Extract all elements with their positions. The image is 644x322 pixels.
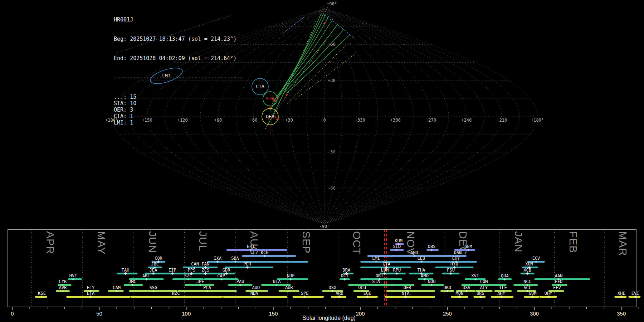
shower-label-NIA: NIA xyxy=(273,279,281,284)
svg-text:250: 250 xyxy=(443,311,452,317)
green-tracks xyxy=(268,13,350,125)
shower-label-FED: FED xyxy=(555,279,563,284)
shower-label-JPE: JPE xyxy=(196,279,204,284)
shower-label-DKD: DKD xyxy=(444,285,452,290)
svg-text:150: 150 xyxy=(269,311,278,317)
shower-label-PSU: PSU xyxy=(447,268,455,273)
shower-label-ALY: ALY xyxy=(480,285,488,290)
shower-bar-ETA xyxy=(66,296,131,298)
shower-label-STA: STA xyxy=(372,279,380,284)
svg-text:350: 350 xyxy=(617,311,626,317)
shower-label-SZC: SZC xyxy=(184,273,192,278)
shower-label-DAD: DAD xyxy=(454,250,462,255)
shower-label-OBS: OBS xyxy=(428,244,436,249)
shower-label-AND: AND xyxy=(410,250,418,255)
shower-label-ORI: ORI xyxy=(376,273,384,278)
shower-label-AVB: AVB xyxy=(59,285,67,290)
session-info: HR001J Beg: 20251027 18:13:47 (sol = 214… xyxy=(114,4,243,139)
shower-label-AAN: AAN xyxy=(555,273,563,278)
shower-circle-OER: OER xyxy=(262,108,278,125)
shower-label-NDA: NDA xyxy=(250,291,258,296)
shower-label-AMO: AMO xyxy=(421,273,429,278)
svg-text:300: 300 xyxy=(530,311,539,317)
shower-label-JEA: JEA xyxy=(150,268,157,273)
pole-ellipse xyxy=(320,7,329,12)
month-label-OCT: OCT xyxy=(351,231,363,255)
session-end: End: 20251028 04:02:09 (sol = 214.64°) xyxy=(114,55,243,62)
divider: ---------------------------------------- xyxy=(114,74,243,81)
shower-label-XVI: XVI xyxy=(471,273,479,278)
shower-label-OER: OER xyxy=(404,285,411,290)
svg-text:+240: +240 xyxy=(461,118,472,123)
shower-label-NUE: NUE xyxy=(287,273,295,278)
shower-label-GDR: GDR xyxy=(223,268,230,273)
shower-label-LMI: LMI xyxy=(372,256,380,261)
month-label-AUG: AUG xyxy=(248,231,260,255)
svg-text:-30: -30 xyxy=(328,150,336,155)
shower-label-JMC: JMC xyxy=(128,279,136,284)
shower-bar-OER xyxy=(386,290,435,292)
shower-label-XCB: XCB xyxy=(523,268,531,273)
shower-label-CAM: CAM xyxy=(113,285,121,290)
shower-label-ARD: ARD xyxy=(336,291,343,296)
shower-label-GUM: GUM xyxy=(529,291,537,296)
shower-label-URS: URS xyxy=(477,291,484,296)
shower-bar-ERI xyxy=(226,249,287,251)
shower-label-NCC: NCC xyxy=(523,279,531,284)
shower-label-LEO: LEO xyxy=(418,256,425,261)
shower-circle-label-CTA: CTA xyxy=(256,84,264,89)
shower-bar-HVI xyxy=(68,278,82,280)
count-row: CTA: 1 xyxy=(114,113,243,119)
shower-label-OHY: OHY xyxy=(545,291,552,296)
month-label-JUL: JUL xyxy=(197,231,209,251)
month-label-MAY: MAY xyxy=(96,231,107,255)
shower-bar-SPE xyxy=(293,296,324,298)
svg-text:+210: +210 xyxy=(497,118,507,123)
shower-label-ARI: ARI xyxy=(142,273,150,278)
shower-count-list: ...: 15STA: 10OER: 3CTA: 1LMI: 1 xyxy=(114,94,243,126)
shower-label-IXA: IXA xyxy=(214,256,222,261)
sky-map: LMICTASTAOER+180°+150+120+90+60+300+330+… xyxy=(0,0,644,229)
svg-text:100: 100 xyxy=(182,311,191,317)
shower-label-HYD: HYD xyxy=(450,262,458,267)
month-label-SEP: SEP xyxy=(301,231,312,254)
svg-text:200: 200 xyxy=(356,311,365,317)
shower-circle-label-OER: OER xyxy=(266,114,274,119)
svg-text:+60: +60 xyxy=(328,42,336,47)
shower-label-ERI: ERI xyxy=(247,244,255,249)
svg-text:+30: +30 xyxy=(285,118,293,123)
shower-label-AHY: AHY xyxy=(497,291,505,296)
svg-text:+180°: +180° xyxy=(531,118,544,123)
shower-bar-NTA xyxy=(385,296,435,298)
shower-label-SSG: SSG xyxy=(150,285,157,290)
session-begin: Beg: 20251027 18:13:47 (sol = 214.23°) xyxy=(114,36,243,42)
shower-label-SCC: SCC xyxy=(523,285,531,290)
shower-label-PER: PER xyxy=(243,262,251,267)
shower-bar-ORI xyxy=(360,278,402,280)
shower-label-ILE: ILE xyxy=(499,285,507,290)
shower-label-DSX: DSX xyxy=(329,285,337,290)
shower-label-COR: COR xyxy=(155,256,162,261)
shower-label-EHY: EHY xyxy=(452,256,460,261)
shower-label-KSE: KSE xyxy=(38,291,46,296)
shower-circle-CTA: CTA xyxy=(252,78,268,95)
shower-label-DSV: DSV xyxy=(463,285,470,290)
shower-label-ELY: ELY xyxy=(87,285,94,290)
svg-text:+30: +30 xyxy=(328,78,336,83)
shower-label-AUR: AUR xyxy=(285,285,293,290)
shower-label-KUM: KUM xyxy=(395,238,402,243)
shower-label-CAN: CAN xyxy=(191,262,199,267)
x-axis-label: Solar longitude (deg) xyxy=(302,315,356,321)
shower-label-COM: COM xyxy=(480,279,488,284)
shower-label-PPS: PPS xyxy=(188,268,196,273)
pole-top-label: +90° xyxy=(327,1,337,6)
shower-label-SDA: SDA xyxy=(231,256,239,261)
radiant-markers xyxy=(267,22,326,133)
shower-label-LYR: LYR xyxy=(59,279,67,284)
shower-label-XUM: XUM xyxy=(525,262,533,267)
count-row: ...: 15 xyxy=(114,94,243,100)
shower-label-TAH: TAH xyxy=(122,268,130,273)
shower-bar-PER xyxy=(225,267,273,268)
shower-bar-NUE xyxy=(277,278,308,280)
station-id: HR001J xyxy=(114,16,243,23)
